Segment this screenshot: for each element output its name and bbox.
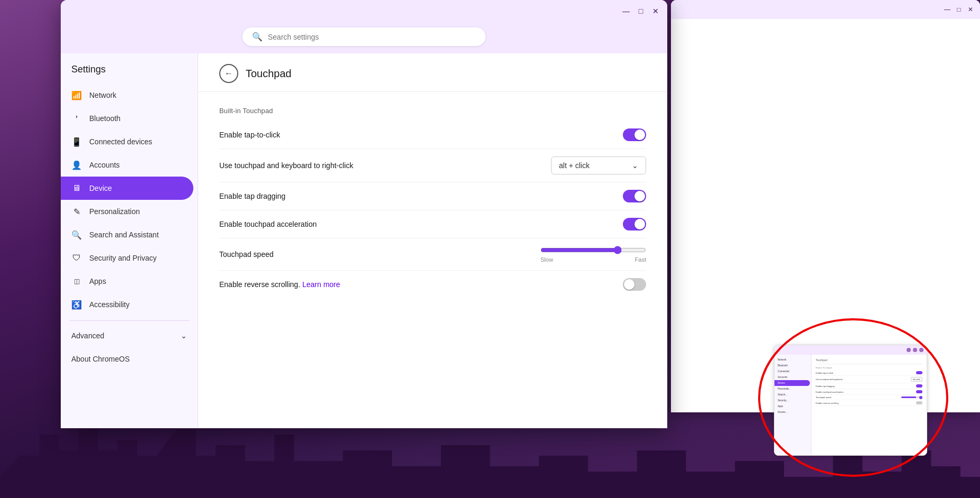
thumb-sidebar-apps: Apps [774, 403, 811, 409]
bg-maximize-button[interactable]: □ [955, 5, 963, 14]
close-button[interactable]: ✕ [650, 6, 661, 16]
sidebar-item-label-personalization: Personalization [89, 207, 140, 216]
sidebar-item-security-privacy[interactable]: 🛡 Security and Privacy [61, 246, 193, 270]
sidebar-item-label-bluetooth: Bluetooth [89, 114, 120, 123]
sidebar-item-apps[interactable]: ◫ Apps [61, 270, 193, 293]
back-arrow-icon: ← [225, 69, 233, 78]
bg-close-button[interactable]: ✕ [966, 5, 975, 14]
sidebar-title: Settings [61, 58, 198, 84]
sidebar-item-network[interactable]: 📶 Network [61, 84, 193, 107]
sidebar-item-label-apps: Apps [89, 277, 106, 285]
thumb-toggle-off [916, 401, 922, 404]
sidebar-item-label-accessibility: Accessibility [89, 300, 129, 309]
slider-labels: Slow Fast [540, 256, 646, 263]
tap-to-click-toggle[interactable] [623, 128, 646, 141]
toggle-track-tap-to-click [623, 128, 646, 141]
sidebar-item-personalization[interactable]: ✎ Personalization [61, 200, 193, 223]
thumb-sidebar-personalization: Personaliz... [774, 386, 811, 392]
reverse-scrolling-label: Enable reverse scrolling. Learn more [219, 280, 340, 289]
setting-row-reverse-scrolling: Enable reverse scrolling. Learn more [219, 271, 646, 298]
toggle-thumb-acceleration [634, 219, 645, 229]
thumb-sidebar-accounts: Accounts [774, 374, 811, 380]
dropdown-value: alt + click [559, 161, 590, 170]
thumb-row-6: Enable reverse scrolling. [816, 400, 922, 406]
content-body: Built-in Touchpad Enable tap-to-click Us… [198, 92, 667, 309]
speed-slider-wrapper: Slow Fast [540, 246, 646, 263]
sidebar-item-accessibility[interactable]: ♿ Accessibility [61, 293, 193, 316]
wifi-icon: 📶 [71, 90, 82, 100]
thumbnail-window: Network Bluetooth Connected Accounts Dev… [774, 345, 927, 456]
maximize-button[interactable]: □ [636, 6, 646, 16]
thumb-sidebar-connected: Connected [774, 368, 811, 374]
sidebar-item-label-network: Network [89, 91, 116, 99]
content-header: ← Touchpad [198, 53, 667, 92]
thumb-sidebar-accessibility: Access... [774, 409, 811, 415]
devices-icon: 📱 [71, 136, 82, 147]
thumb-row-2: Use touchpad and keyboard... alt+click [816, 376, 922, 383]
main-layout: Settings 📶 Network ’ Bluetooth 📱 Connect… [61, 53, 667, 428]
toggle-thumb-tap-to-click [634, 130, 645, 140]
sidebar: Settings 📶 Network ’ Bluetooth 📱 Connect… [61, 53, 198, 428]
toggle-thumb-tap-dragging [634, 191, 645, 201]
thumb-row-5: Touchpad speed [816, 395, 922, 400]
sidebar-item-label-advanced: Advanced [71, 331, 104, 340]
toggle-track-reverse [623, 278, 646, 291]
thumb-row-3: Enable tap dragging [816, 383, 922, 389]
sidebar-item-label-accounts: Accounts [89, 161, 120, 169]
laptop-icon: 🖥 [71, 183, 82, 193]
toggle-thumb-reverse [624, 279, 634, 290]
sidebar-item-device[interactable]: 🖥 Device [61, 177, 193, 200]
sidebar-item-accounts[interactable]: 👤 Accounts [61, 153, 193, 177]
learn-more-link[interactable]: Learn more [302, 280, 340, 289]
tap-to-click-label: Enable tap-to-click [219, 131, 280, 139]
speed-label: Touchpad speed [219, 250, 274, 259]
thumb-dot-3 [919, 348, 923, 352]
title-bar: — □ ✕ [61, 0, 667, 22]
thumb-toggle-3 [916, 390, 922, 393]
search-icon-sidebar: 🔍 [71, 229, 82, 240]
right-click-dropdown[interactable]: alt + click ⌄ [551, 156, 646, 174]
thumb-main: Touchpad Built-in Touchpad Enable tap-to… [811, 355, 927, 455]
search-input[interactable] [268, 33, 476, 41]
chevron-down-icon: ⌄ [181, 331, 187, 340]
reverse-scrolling-toggle[interactable] [623, 278, 646, 291]
title-bar-controls: — □ ✕ [621, 6, 661, 16]
sidebar-item-label-search: Search and Assistant [89, 230, 159, 239]
setting-row-tap-to-click: Enable tap-to-click [219, 121, 646, 149]
thumb-dot-1 [907, 348, 911, 352]
speed-slider[interactable] [540, 246, 646, 254]
bluetooth-icon: ’ [71, 113, 82, 124]
thumb-sidebar-search: Search... [774, 392, 811, 398]
accessibility-icon: ♿ [71, 299, 82, 310]
bg-minimize-button[interactable]: — [943, 5, 951, 14]
sidebar-item-label-connected: Connected devices [89, 137, 152, 146]
sidebar-item-bluetooth[interactable]: ’ Bluetooth [61, 107, 193, 130]
grid-icon: ◫ [71, 276, 82, 287]
sidebar-item-advanced[interactable]: Advanced ⌄ [61, 325, 198, 346]
toggle-track-tap-dragging [623, 190, 646, 202]
settings-window: — □ ✕ 🔍 Settings 📶 Network [61, 0, 667, 428]
setting-row-speed: Touchpad speed Slow Fast [219, 238, 646, 271]
thumb-titlebar [774, 345, 927, 355]
thumb-row-1: Enable tap-to-click [816, 370, 922, 376]
minimize-button[interactable]: — [621, 6, 631, 16]
sidebar-item-connected-devices[interactable]: 📱 Connected devices [61, 130, 193, 153]
thumb-sidebar-device: Device [774, 380, 810, 386]
right-click-label: Use touchpad and keyboard to right-click [219, 161, 353, 170]
sidebar-item-label-device: Device [89, 184, 112, 192]
sidebar-item-about[interactable]: About ChromeOS [61, 348, 193, 370]
back-button[interactable]: ← [219, 64, 238, 83]
acceleration-toggle[interactable] [623, 218, 646, 230]
thumb-sidebar-security: Security... [774, 398, 811, 403]
thumb-dot-2 [913, 348, 917, 352]
sidebar-item-label-security: Security and Privacy [89, 254, 157, 262]
sidebar-item-search-assistant[interactable]: 🔍 Search and Assistant [61, 223, 193, 246]
thumb-row-4: Enable touchpad acceleration [816, 389, 922, 395]
chevron-down-icon-dropdown: ⌄ [632, 161, 638, 170]
bg-title-bar: — □ ✕ [671, 0, 980, 19]
content-area: ← Touchpad Built-in Touchpad Enable tap-… [198, 53, 667, 428]
acceleration-label: Enable touchpad acceleration [219, 220, 316, 228]
search-bar-area: 🔍 [61, 22, 667, 53]
tap-dragging-label: Enable tap dragging [219, 192, 285, 200]
tap-dragging-toggle[interactable] [623, 190, 646, 202]
